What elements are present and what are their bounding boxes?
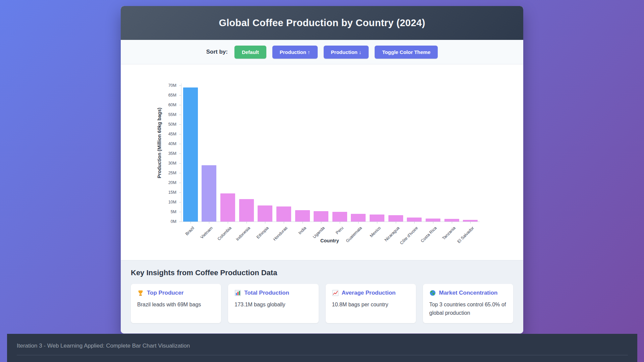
x-tick-label: Côte d'Ivoire xyxy=(399,226,419,245)
insight-card-market-concentration: Market ConcentrationTop 3 countries cont… xyxy=(423,284,513,323)
x-tick-label: India xyxy=(297,226,307,235)
insight-title-text: Average Production xyxy=(342,290,396,296)
y-tick-label: 60M xyxy=(156,103,176,107)
insight-card-top-producer: Top ProducerBrazil leads with 69M bags xyxy=(131,284,221,323)
sort-toolbar: Sort by: DefaultProduction ↑Production ↓… xyxy=(121,40,523,64)
sort-production-desc-button[interactable]: Production ↓ xyxy=(324,46,369,59)
x-tick-label: Ethiopia xyxy=(256,226,270,240)
insight-title-text: Top Producer xyxy=(147,290,183,296)
x-tickmark xyxy=(470,222,471,224)
y-tickmark xyxy=(179,85,181,86)
x-tick-label: Vietnam xyxy=(200,226,214,240)
x-tick-label: Honduras xyxy=(272,226,288,242)
x-tickmark xyxy=(377,222,377,224)
bar-peru[interactable] xyxy=(332,212,347,222)
x-tick-label: El Salvador xyxy=(457,226,475,244)
bar-c-te-d-ivoire[interactable] xyxy=(407,218,422,222)
x-tickmark xyxy=(340,222,340,224)
card-header: Global Coffee Production by Country (202… xyxy=(121,6,523,40)
x-tickmark xyxy=(358,222,359,224)
x-tick-label: Peru xyxy=(335,226,344,235)
bar-colombia[interactable] xyxy=(220,193,235,222)
x-tickmark xyxy=(228,222,228,224)
x-tickmark xyxy=(284,222,284,224)
y-tick-label: 5M xyxy=(156,209,176,214)
insight-card-title: Top Producer xyxy=(137,290,215,296)
x-axis-title: Country xyxy=(320,238,339,243)
x-tick-label: Colombia xyxy=(217,226,232,241)
insight-card-text: 10.8M bags per country xyxy=(332,301,410,309)
x-tick-label: Guatemala xyxy=(345,226,363,243)
x-tick-label: Brazil xyxy=(184,226,195,236)
insight-card-title: Total Production xyxy=(234,290,312,296)
x-tickmark xyxy=(396,222,396,224)
bar-brazil[interactable] xyxy=(183,87,198,222)
y-tick-label: 70M xyxy=(156,83,176,88)
y-tick-label: 0M xyxy=(156,219,176,224)
y-tickmark xyxy=(179,173,181,173)
x-tick-label: Uganda xyxy=(312,226,326,239)
sort-by-label: Sort by: xyxy=(206,49,228,55)
sort-default-button[interactable]: Default xyxy=(234,46,266,59)
iteration-footer: Iteration 3 - Web Learning Applied: Comp… xyxy=(7,334,637,362)
x-tick-label: Costa Rica xyxy=(420,226,438,243)
x-axis-line xyxy=(181,222,480,222)
insights-heading: Key Insights from Coffee Production Data xyxy=(131,268,513,277)
x-tickmark xyxy=(209,222,209,224)
iteration-status-text: Iteration 3 - Web Learning Applied: Comp… xyxy=(17,343,628,349)
insight-card-title: Average Production xyxy=(332,290,410,296)
x-tickmark xyxy=(191,222,191,224)
line-chart-icon xyxy=(332,290,339,296)
x-tickmark xyxy=(414,222,415,224)
x-tickmark xyxy=(247,222,247,224)
bar-costa-rica[interactable] xyxy=(426,219,440,222)
insight-card-text: 173.1M bags globally xyxy=(234,301,312,309)
trophy-icon xyxy=(137,290,144,296)
globe-icon xyxy=(429,290,436,296)
visualization-card: Global Coffee Production by Country (202… xyxy=(121,6,523,334)
insights-section: Key Insights from Coffee Production Data… xyxy=(121,260,523,334)
bar-indonesia[interactable] xyxy=(239,199,254,222)
bar-chart: 0M5M10M15M20M25M30M35M40M45M50M55M60M65M… xyxy=(121,64,523,260)
bar-mexico[interactable] xyxy=(370,215,384,222)
bar-ethiopia[interactable] xyxy=(258,205,272,222)
insight-card-text: Top 3 countries control 65.0% of global … xyxy=(429,301,507,317)
y-tickmark xyxy=(179,154,181,154)
y-tickmark xyxy=(179,192,181,193)
y-axis-title: Production (Million 60kg bags) xyxy=(157,128,162,178)
footer-divider xyxy=(17,355,628,355)
x-tickmark xyxy=(452,222,452,224)
sort-production-asc-button[interactable]: Production ↑ xyxy=(272,46,318,59)
y-tick-label: 10M xyxy=(156,200,176,204)
y-tickmark xyxy=(179,115,181,115)
y-tick-label: 20M xyxy=(156,180,176,185)
y-tickmark xyxy=(179,95,181,96)
bar-chart-icon xyxy=(234,290,241,296)
bar-nicaragua[interactable] xyxy=(388,215,403,222)
y-tickmark xyxy=(179,183,181,183)
y-tickmark xyxy=(179,124,181,125)
insight-cards-row: Top ProducerBrazil leads with 69M bagsTo… xyxy=(131,284,513,323)
y-tickmark xyxy=(179,163,181,164)
bar-uganda[interactable] xyxy=(314,211,328,222)
x-tickmark xyxy=(321,222,321,224)
bar-tanzania[interactable] xyxy=(444,219,459,222)
bar-honduras[interactable] xyxy=(276,206,291,222)
x-tickmark xyxy=(433,222,433,224)
insight-card-total-production: Total Production173.1M bags globally xyxy=(228,284,318,323)
x-tick-label: Tanzania xyxy=(441,226,456,241)
x-tick-label: Indonesia xyxy=(235,226,251,242)
toggle-color-theme-button[interactable]: Toggle Color Theme xyxy=(375,46,438,59)
bar-india[interactable] xyxy=(295,210,310,222)
page-title: Global Coffee Production by Country (202… xyxy=(219,17,425,28)
x-tick-label: Mexico xyxy=(369,226,382,238)
y-tick-label: 65M xyxy=(156,93,176,98)
x-tickmark xyxy=(303,222,303,224)
y-tick-label: 15M xyxy=(156,190,176,195)
insight-title-text: Total Production xyxy=(244,290,289,296)
bar-vietnam[interactable] xyxy=(202,165,216,222)
y-tickmark xyxy=(179,134,181,134)
bar-guatemala[interactable] xyxy=(351,214,366,222)
y-axis-line xyxy=(181,83,181,222)
y-tickmark xyxy=(179,105,181,105)
